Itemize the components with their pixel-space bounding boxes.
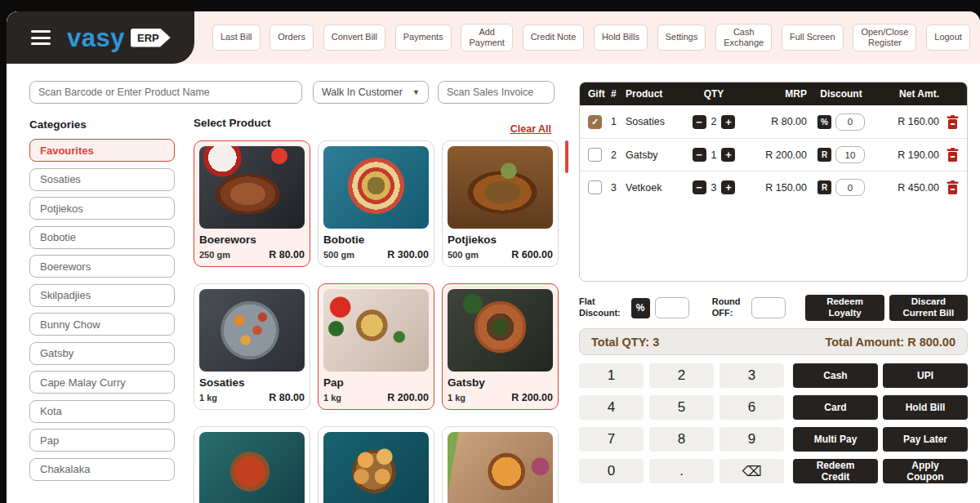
- round-off-input[interactable]: [751, 297, 786, 318]
- header-gift: Gift: [588, 88, 611, 100]
- qty-plus-button[interactable]: +: [721, 115, 735, 129]
- product-card[interactable]: Gatsby 1 kg R 200.00: [442, 283, 559, 410]
- discount-controls-row: Flat Discount: % Round OFF: Redeem Loyal…: [579, 294, 968, 322]
- total-amount: Total Amount: R 800.00: [825, 336, 956, 349]
- topbar-button[interactable]: Credit Note: [523, 24, 585, 51]
- topbar-button[interactable]: Convert Bill: [323, 24, 385, 51]
- redeem-loyalty-button[interactable]: Redeem Loyalty: [805, 295, 884, 321]
- gift-checkbox[interactable]: ✓: [588, 148, 602, 162]
- topbar-button[interactable]: Orders: [270, 24, 314, 51]
- product-image: [323, 432, 429, 503]
- product-card[interactable]: [318, 426, 434, 503]
- row-mrp: R 150.00: [748, 182, 807, 194]
- product-weight: 250 gm: [199, 250, 230, 260]
- discount-value-input[interactable]: [835, 114, 865, 131]
- numpad-key[interactable]: 7: [579, 427, 644, 452]
- qty-plus-button[interactable]: +: [721, 148, 735, 162]
- product-card[interactable]: Boerewors 250 gm R 80.00: [194, 140, 310, 267]
- product-card[interactable]: [194, 426, 310, 503]
- topbar-button[interactable]: Payments: [395, 24, 452, 51]
- numpad-key[interactable]: .: [649, 459, 714, 483]
- delete-row-icon[interactable]: [947, 115, 959, 129]
- brand-logo: vasy ERP: [67, 25, 171, 51]
- gift-checkbox[interactable]: ✓: [588, 115, 602, 129]
- product-price: R 600.00: [511, 249, 553, 260]
- product-grid-scrollbar[interactable]: [565, 140, 568, 173]
- payment-button[interactable]: Apply Coupon: [883, 459, 968, 483]
- cart-rows: ✓ 1 Sosaties − 2 + R 80.00 %: [580, 105, 967, 203]
- row-number: 3: [611, 182, 626, 194]
- category-item[interactable]: Cape Malay Curry: [29, 371, 175, 394]
- product-name: Boerewors: [199, 234, 305, 246]
- category-item[interactable]: Bunny Chow: [29, 313, 175, 336]
- product-image: [199, 146, 305, 229]
- topbar-button[interactable]: Add Payment: [461, 24, 512, 51]
- qty-minus-button[interactable]: −: [693, 115, 706, 129]
- numpad-key[interactable]: 0: [579, 459, 644, 483]
- product-card[interactable]: Pap 1 kg R 200.00: [318, 283, 434, 410]
- category-item[interactable]: Kota: [29, 400, 175, 423]
- product-card[interactable]: [442, 426, 559, 503]
- gift-checkbox[interactable]: ✓: [588, 180, 602, 194]
- flat-discount-type-badge[interactable]: %: [631, 298, 650, 318]
- numpad-key[interactable]: 4: [579, 395, 644, 420]
- product-image: [323, 289, 429, 372]
- category-item[interactable]: Gatsby: [29, 342, 175, 365]
- discount-type-badge[interactable]: R: [817, 148, 831, 162]
- discount-type-badge[interactable]: %: [817, 115, 831, 129]
- product-price: R 80.00: [269, 392, 305, 403]
- category-item[interactable]: Chakalaka: [29, 458, 175, 481]
- numpad-key[interactable]: 3: [719, 363, 784, 388]
- qty-value: 3: [711, 182, 717, 194]
- payment-button[interactable]: Cash: [793, 363, 878, 388]
- payment-button[interactable]: Redeem Credit: [793, 459, 878, 483]
- numpad-key[interactable]: 8: [649, 427, 714, 452]
- topbar-button[interactable]: Last Bill: [212, 24, 261, 51]
- clear-all-link[interactable]: Clear All: [194, 123, 551, 135]
- payment-button[interactable]: Hold Bill: [883, 395, 968, 420]
- discard-current-bill-button[interactable]: Discard Current Bill: [889, 295, 968, 321]
- payment-button[interactable]: Card: [793, 395, 878, 420]
- numpad-key[interactable]: 5: [649, 395, 714, 420]
- category-item[interactable]: Favourites: [29, 139, 175, 162]
- customer-select[interactable]: Walk In Customer ▼: [313, 81, 429, 104]
- flat-discount-input[interactable]: [655, 297, 689, 318]
- category-item-label: Skilpadjies: [40, 289, 91, 301]
- product-card[interactable]: Potjiekos 500 gm R 600.00: [442, 140, 559, 267]
- product-card[interactable]: Sosaties 1 kg R 80.00: [194, 283, 310, 410]
- numpad-key[interactable]: 2: [649, 363, 714, 388]
- discount-value-input[interactable]: [835, 146, 865, 163]
- discount-type-badge[interactable]: R: [817, 180, 831, 194]
- category-item[interactable]: Boerewors: [29, 255, 175, 278]
- qty-minus-button[interactable]: −: [693, 180, 706, 194]
- header-product: Product: [626, 88, 679, 100]
- qty-plus-button[interactable]: +: [721, 180, 735, 194]
- category-item[interactable]: Sosaties: [29, 168, 175, 191]
- hamburger-menu-icon[interactable]: [31, 30, 51, 45]
- delete-row-icon[interactable]: [947, 148, 959, 162]
- barcode-search-input[interactable]: [29, 81, 302, 104]
- category-item[interactable]: Pap: [29, 429, 175, 452]
- numpad-key[interactable]: 6: [719, 395, 784, 420]
- payment-button[interactable]: UPI: [883, 363, 968, 388]
- discount-value-input[interactable]: [835, 179, 865, 196]
- numpad-key[interactable]: ⌫: [719, 459, 784, 483]
- category-item-label: Chakalaka: [40, 463, 90, 475]
- qty-minus-button[interactable]: −: [693, 148, 706, 162]
- category-item[interactable]: Skilpadjies: [29, 284, 175, 307]
- product-card[interactable]: Bobotie 500 gm R 300.00: [318, 140, 434, 267]
- category-item-label: Kota: [40, 405, 62, 417]
- product-weight: 500 gm: [448, 250, 479, 260]
- totals-bar: Total QTY: 3 Total Amount: R 800.00: [579, 328, 968, 355]
- logo-block: vasy ERP: [7, 11, 194, 64]
- sales-invoice-input[interactable]: [438, 81, 555, 104]
- header-net: Net Amt.: [875, 88, 939, 100]
- numpad-key[interactable]: 9: [719, 427, 784, 452]
- numpad-key[interactable]: 1: [579, 363, 644, 388]
- category-item[interactable]: Bobotie: [29, 226, 175, 249]
- payment-button[interactable]: Multi Pay: [793, 427, 878, 452]
- payment-button[interactable]: Pay Later: [883, 427, 968, 452]
- product-weight: 1 kg: [448, 393, 466, 403]
- delete-row-icon[interactable]: [947, 180, 959, 194]
- category-item[interactable]: Potjiekos: [29, 197, 175, 220]
